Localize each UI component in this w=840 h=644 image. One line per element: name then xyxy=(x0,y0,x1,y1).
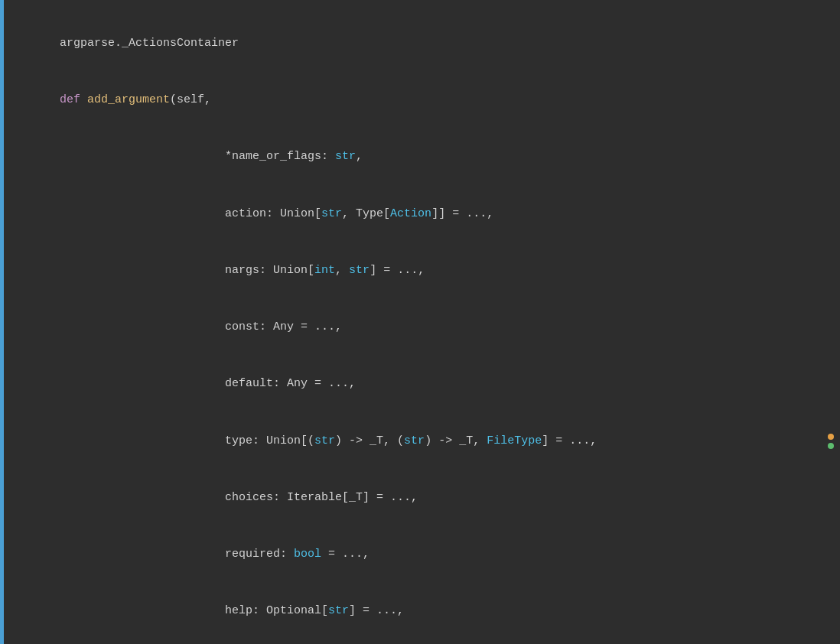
param-choices: choices: Iterable[_T] = ..., xyxy=(18,470,822,526)
param-type: type: Union[(str) -> _T, (str) -> _T, Fi… xyxy=(18,413,822,470)
param-help: help: Optional[str] = ..., xyxy=(18,584,822,640)
main-container: argparse._ActionsContainer def add_argum… xyxy=(0,0,840,644)
code-panel: argparse._ActionsContainer def add_argum… xyxy=(0,0,840,644)
param-default: default: Any = ..., xyxy=(18,356,822,413)
def-paren: (self, xyxy=(170,93,211,106)
param-nargs: nargs: Union[int, str] = ..., xyxy=(18,242,822,299)
class-name-line: argparse._ActionsContainer xyxy=(18,15,822,72)
function-name: add_argument xyxy=(87,93,170,106)
param-metavar: metavar: Union[str, Tuple[str, ...], Non… xyxy=(18,640,822,644)
accent-bar xyxy=(0,0,4,644)
param-const: const: Any = ..., xyxy=(18,299,822,356)
dot-green xyxy=(828,443,834,449)
param-required: required: bool = ..., xyxy=(18,526,822,583)
def-line: def add_argument(self, xyxy=(18,72,822,128)
class-name-text: argparse._ActionsContainer xyxy=(60,37,239,50)
param-name-or-flags: *name_or_flags: str, xyxy=(18,129,822,186)
param-action: action: Union[str, Type[Action]] = ..., xyxy=(18,186,822,242)
right-indicator xyxy=(828,434,834,449)
dot-orange xyxy=(828,434,834,440)
def-keyword: def xyxy=(60,93,87,106)
